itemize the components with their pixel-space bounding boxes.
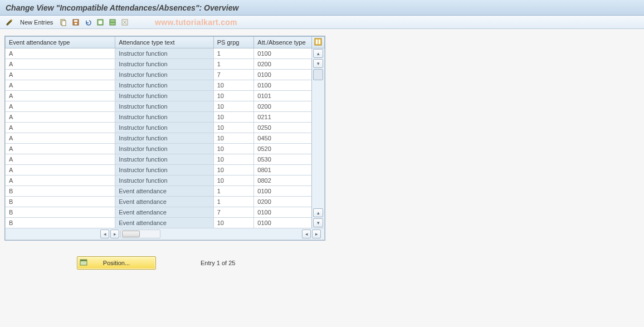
- cell-ps-grp[interactable]: 10: [213, 101, 254, 112]
- cell-abs-type[interactable]: 0100: [254, 70, 312, 80]
- cell-abs-type[interactable]: 0450: [254, 133, 312, 144]
- cell-ps-grp[interactable]: 1: [213, 186, 254, 197]
- cell-ps-grp[interactable]: 7: [213, 207, 254, 218]
- cell-ps-grp[interactable]: 1: [213, 59, 254, 70]
- hscroll-track[interactable]: [120, 230, 160, 238]
- cell-ps-grp[interactable]: 10: [213, 133, 254, 144]
- cell-ps-grp[interactable]: 7: [213, 70, 254, 80]
- save-icon[interactable]: [71, 17, 81, 27]
- table-row[interactable]: BEvent attendance10100: [6, 186, 325, 197]
- table-row[interactable]: AInstructor function100520: [6, 144, 325, 154]
- hscroll-right-button[interactable]: ▸: [110, 230, 119, 238]
- hscroll-right2-button[interactable]: ▸: [312, 230, 321, 238]
- application-toolbar: New Entries www.tutorialkart.com: [0, 16, 644, 29]
- cell-att-text: Instructor function: [115, 59, 213, 70]
- cell-event-type[interactable]: A: [6, 154, 115, 165]
- cell-ps-grp[interactable]: 10: [213, 154, 254, 165]
- cell-event-type[interactable]: A: [6, 59, 115, 70]
- cell-event-type[interactable]: A: [6, 70, 115, 80]
- cell-event-type[interactable]: B: [6, 186, 115, 197]
- cell-att-text: Event attendance: [115, 197, 213, 207]
- cell-ps-grp[interactable]: 1: [213, 197, 254, 207]
- cell-event-type[interactable]: A: [6, 133, 115, 144]
- cell-ps-grp[interactable]: 10: [213, 91, 254, 101]
- cell-event-type[interactable]: A: [6, 144, 115, 154]
- cell-ps-grp[interactable]: 1: [213, 48, 254, 59]
- toggle-change-icon[interactable]: [4, 17, 14, 27]
- undo-icon[interactable]: [83, 17, 93, 27]
- select-all-icon[interactable]: [95, 17, 105, 27]
- table-row[interactable]: AInstructor function100101: [6, 91, 325, 101]
- cell-event-type[interactable]: B: [6, 197, 115, 207]
- cell-abs-type[interactable]: 0100: [254, 48, 312, 59]
- col-header-ps-grp[interactable]: PS grpg: [213, 37, 254, 48]
- cell-ps-grp[interactable]: 10: [213, 175, 254, 186]
- cell-abs-type[interactable]: 0101: [254, 91, 312, 101]
- cell-abs-type[interactable]: 0200: [254, 197, 312, 207]
- cell-ps-grp[interactable]: 10: [213, 165, 254, 175]
- cell-abs-type[interactable]: 0200: [254, 101, 312, 112]
- cell-att-text: Instructor function: [115, 123, 213, 133]
- cell-abs-type[interactable]: 0100: [254, 218, 312, 228]
- copy-icon[interactable]: [58, 17, 69, 27]
- cell-event-type[interactable]: A: [6, 80, 115, 91]
- table-row[interactable]: AInstructor function100530: [6, 154, 325, 165]
- cell-ps-grp[interactable]: 10: [213, 80, 254, 91]
- cell-event-type[interactable]: B: [6, 207, 115, 218]
- table-row[interactable]: AInstructor function10200: [6, 59, 325, 70]
- vscroll-up-button[interactable]: ▴: [313, 49, 323, 58]
- svg-rect-17: [80, 260, 87, 261]
- cell-abs-type[interactable]: 0520: [254, 144, 312, 154]
- table-row[interactable]: AInstructor function10100▴▾▴▾: [6, 48, 325, 59]
- cell-event-type[interactable]: A: [6, 175, 115, 186]
- table-row[interactable]: AInstructor function70100: [6, 70, 325, 80]
- col-header-att-text[interactable]: Attendance type text: [115, 37, 213, 48]
- cell-abs-type[interactable]: 0801: [254, 165, 312, 175]
- cell-event-type[interactable]: A: [6, 165, 115, 175]
- cell-abs-type[interactable]: 0200: [254, 59, 312, 70]
- select-block-icon[interactable]: [108, 17, 118, 27]
- deselect-all-icon[interactable]: [120, 17, 130, 27]
- cell-ps-grp[interactable]: 10: [213, 218, 254, 228]
- cell-abs-type[interactable]: 0250: [254, 123, 312, 133]
- table-row[interactable]: AInstructor function100200: [6, 101, 325, 112]
- vscroll-down2-button[interactable]: ▾: [313, 218, 323, 227]
- table-row[interactable]: BEvent attendance100100: [6, 218, 325, 228]
- table-row[interactable]: BEvent attendance10200: [6, 197, 325, 207]
- cell-abs-type[interactable]: 0802: [254, 175, 312, 186]
- cell-abs-type[interactable]: 0530: [254, 154, 312, 165]
- vscroll-page-indicator[interactable]: [313, 69, 323, 80]
- cell-event-type[interactable]: A: [6, 112, 115, 123]
- cell-event-type[interactable]: A: [6, 101, 115, 112]
- col-header-abs-type[interactable]: Att./Absence type: [254, 37, 312, 48]
- col-header-event-type[interactable]: Event attendance type: [6, 37, 115, 48]
- position-icon: [80, 258, 87, 267]
- cell-ps-grp[interactable]: 10: [213, 112, 254, 123]
- cell-abs-type[interactable]: 0100: [254, 207, 312, 218]
- table-row[interactable]: AInstructor function100250: [6, 123, 325, 133]
- svg-rect-15: [319, 40, 320, 44]
- table-row[interactable]: AInstructor function100801: [6, 165, 325, 175]
- cell-event-type[interactable]: A: [6, 91, 115, 101]
- cell-abs-type[interactable]: 0100: [254, 186, 312, 197]
- table-row[interactable]: BEvent attendance70100: [6, 207, 325, 218]
- hscroll-thumb[interactable]: [122, 231, 140, 237]
- hscroll-left-button[interactable]: ◂: [100, 230, 109, 238]
- cell-event-type[interactable]: B: [6, 218, 115, 228]
- vscroll-up2-button[interactable]: ▴: [313, 208, 323, 217]
- table-row[interactable]: AInstructor function100100: [6, 80, 325, 91]
- table-row[interactable]: AInstructor function100802: [6, 175, 325, 186]
- cell-ps-grp[interactable]: 10: [213, 144, 254, 154]
- table-row[interactable]: AInstructor function100211: [6, 112, 325, 123]
- new-entries-button[interactable]: New Entries: [17, 17, 56, 27]
- cell-abs-type[interactable]: 0100: [254, 80, 312, 91]
- vscroll-down-button[interactable]: ▾: [313, 59, 323, 68]
- cell-ps-grp[interactable]: 10: [213, 123, 254, 133]
- cell-event-type[interactable]: A: [6, 48, 115, 59]
- cell-event-type[interactable]: A: [6, 123, 115, 133]
- cell-abs-type[interactable]: 0211: [254, 112, 312, 123]
- table-row[interactable]: AInstructor function100450: [6, 133, 325, 144]
- position-button[interactable]: Position...: [77, 256, 156, 270]
- table-config-button[interactable]: [312, 37, 325, 48]
- hscroll-left2-button[interactable]: ◂: [302, 230, 311, 238]
